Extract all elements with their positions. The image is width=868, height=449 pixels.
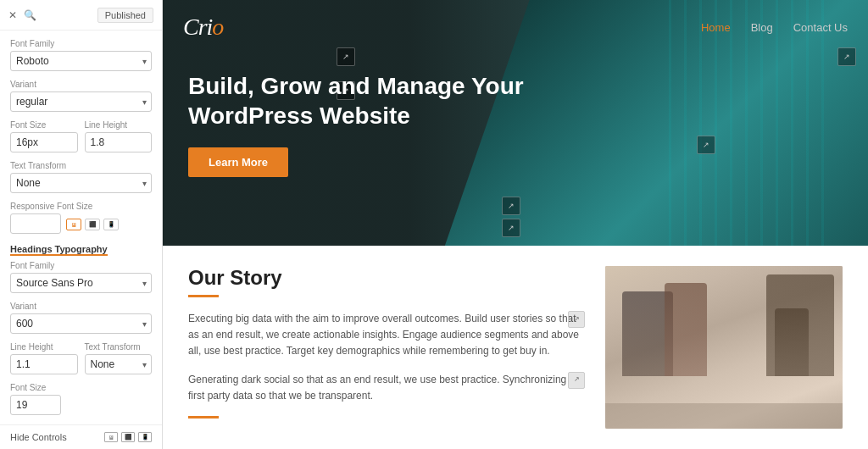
- line-height-input[interactable]: 1.8: [85, 132, 153, 152]
- search-icon[interactable]: 🔍: [24, 9, 36, 21]
- hero-section: ↗ ↗ ↗ ↗ ↗ ↗ Crio Home Blog Contact Us Bu…: [163, 0, 868, 246]
- content-section: Our Story Executing big data with the ai…: [163, 246, 868, 449]
- text-transform-group: Text Transform None: [10, 161, 152, 193]
- line-height-label: Line Height: [85, 120, 153, 130]
- team-photo: [605, 266, 843, 429]
- nav-blog[interactable]: Blog: [751, 21, 773, 34]
- footer-responsive-icons: 🖥 ⬛ 📱: [104, 432, 152, 442]
- font-family-select[interactable]: Roboto: [10, 51, 152, 71]
- hero-content: Build, Grow and Manage Your WordPress We…: [163, 54, 868, 194]
- hide-controls-button[interactable]: Hide Controls: [10, 432, 97, 442]
- headings-text-transform-group: Text Transform None: [85, 342, 153, 374]
- headings-variant-label: Variant: [10, 302, 152, 311]
- headings-font-size-input[interactable]: 19: [10, 395, 61, 415]
- font-size-line-height-row: Font Size 16px Line Height 1.8: [10, 120, 152, 161]
- variant-group: Variant regular: [10, 80, 152, 112]
- story-bottom-underline: [188, 416, 219, 419]
- paragraph-1-text: Executing big data with the aim to impro…: [188, 313, 579, 357]
- footer-mobile-icon[interactable]: 📱: [138, 432, 152, 442]
- panel-footer: Hide Controls 🖥 ⬛ 📱: [0, 424, 162, 449]
- headings-text-transform-select[interactable]: None: [85, 354, 153, 374]
- headings-font-family-select-wrapper: Source Sans Pro: [10, 273, 152, 293]
- edit-paragraph-2-button[interactable]: ↗: [568, 372, 585, 389]
- edit-paragraph-1-button[interactable]: ↗: [568, 311, 585, 328]
- published-badge: Published: [97, 8, 153, 23]
- paragraph-2-container: Generating dark social so that as an end…: [188, 372, 585, 404]
- footer-tablet-icon[interactable]: ⬛: [121, 432, 135, 442]
- footer-desktop-icon[interactable]: 🖥: [104, 432, 118, 442]
- line-height-group: Line Height 1.8: [85, 120, 153, 152]
- logo-text: Cri: [183, 14, 212, 40]
- typography-panel: ✕ 🔍 Published Font Family Roboto Variant…: [0, 0, 163, 449]
- nav-contact[interactable]: Contact Us: [793, 21, 848, 34]
- content-image: [605, 266, 843, 429]
- close-icon[interactable]: ✕: [8, 9, 17, 21]
- preview-area: ↗ ↗ ↗ ↗ ↗ ↗ Crio Home Blog Contact Us Bu…: [163, 0, 868, 449]
- panel-content: Font Family Roboto Variant regular Font …: [0, 30, 162, 424]
- headings-variant-select[interactable]: 600: [10, 313, 152, 334]
- desktop-icon[interactable]: 🖥: [66, 219, 81, 230]
- hero-title: Build, Grow and Manage Your WordPress We…: [188, 71, 527, 130]
- responsive-icons-body: 🖥 ⬛ 📱: [66, 219, 119, 230]
- headings-text-transform-label: Text Transform: [85, 342, 153, 352]
- responsive-font-size-input[interactable]: [10, 213, 61, 234]
- hero-cta-button[interactable]: Learn More: [188, 147, 288, 177]
- site-logo: Crio: [183, 14, 223, 41]
- headings-font-family-group: Font Family Source Sans Pro: [10, 261, 152, 293]
- nav-links: Home Blog Contact Us: [701, 21, 848, 34]
- headings-font-size-group: Font Size 19: [10, 383, 152, 415]
- variant-select-wrapper: regular: [10, 91, 152, 112]
- headings-variant-group: Variant 600: [10, 302, 152, 334]
- headings-line-height-input[interactable]: 1.1: [10, 354, 78, 374]
- headings-font-size-label: Font Size: [10, 383, 152, 392]
- hero-nav: Crio Home Blog Contact Us: [163, 0, 868, 54]
- text-transform-select[interactable]: None: [10, 173, 152, 193]
- body-typography-section: Font Family Roboto: [10, 39, 152, 71]
- content-left: Our Story Executing big data with the ai…: [188, 266, 585, 429]
- variant-select[interactable]: regular: [10, 91, 152, 112]
- responsive-font-size-group: Responsive Font Size 🖥 ⬛ 📱: [10, 202, 152, 234]
- headings-text-transform-wrapper: None: [85, 354, 153, 374]
- font-size-input[interactable]: 16px: [10, 132, 78, 152]
- tablet-icon[interactable]: ⬛: [85, 219, 100, 230]
- font-family-select-wrapper: Roboto: [10, 51, 152, 71]
- text-transform-label: Text Transform: [10, 161, 152, 170]
- headings-line-height-group: Line Height 1.1: [10, 342, 78, 374]
- story-title: Our Story: [188, 266, 585, 290]
- headings-font-family-select[interactable]: Source Sans Pro: [10, 273, 152, 293]
- font-size-group: Font Size 16px: [10, 120, 78, 152]
- font-size-label: Font Size: [10, 120, 78, 130]
- logo-accent: o: [212, 14, 223, 40]
- mobile-icon[interactable]: 📱: [103, 219, 119, 230]
- paragraph-2-text: Generating dark social so that as an end…: [188, 374, 566, 402]
- edit-button-5[interactable]: ↗: [502, 197, 520, 215]
- headings-lh-tt-row: Line Height 1.1 Text Transform None: [10, 342, 152, 383]
- headings-line-height-label: Line Height: [10, 342, 78, 352]
- variant-label: Variant: [10, 80, 152, 89]
- headings-typography-section-title: Headings Typography: [10, 244, 152, 254]
- panel-topbar-icons: ✕ 🔍: [8, 9, 36, 21]
- text-transform-select-wrapper: None: [10, 173, 152, 193]
- paragraph-1-container: Executing big data with the aim to impro…: [188, 311, 585, 360]
- headings-font-family-label: Font Family: [10, 261, 152, 270]
- headings-variant-select-wrapper: 600: [10, 313, 152, 334]
- edit-button-6[interactable]: ↗: [502, 219, 520, 237]
- panel-topbar: ✕ 🔍 Published: [0, 0, 162, 30]
- nav-home[interactable]: Home: [701, 21, 731, 34]
- font-family-label: Font Family: [10, 39, 152, 48]
- responsive-font-size-label: Responsive Font Size: [10, 202, 152, 211]
- title-underline: [188, 295, 219, 297]
